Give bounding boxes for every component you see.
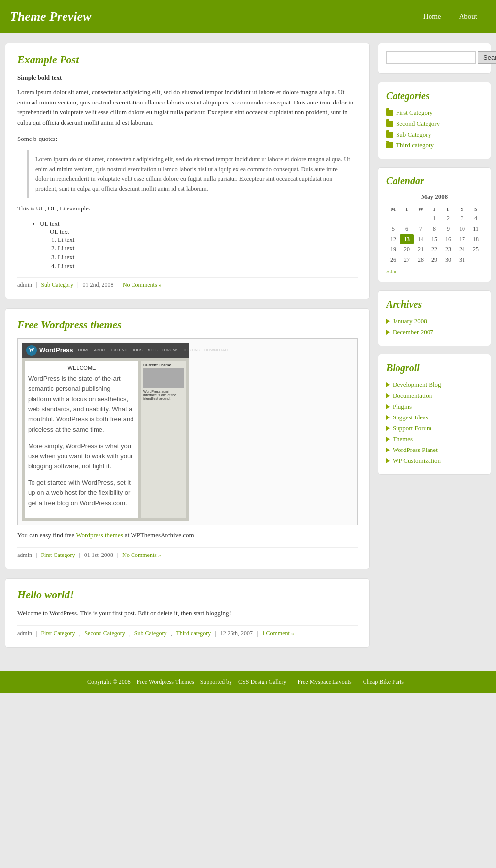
meta-cat3[interactable]: Sub Category: [134, 630, 167, 637]
sidebar: Search Categories First Category Second …: [378, 43, 491, 657]
cal-day-header: S: [455, 205, 469, 213]
main-nav: Home About: [414, 0, 486, 33]
wp-welcome-text2: More simply, WordPress is what you use w…: [28, 441, 135, 472]
site-title: Theme Preview: [10, 9, 91, 24]
arrow-icon: [386, 393, 390, 398]
blogroll-link[interactable]: WordPress Planet: [393, 446, 438, 454]
cal-day: 18: [469, 234, 483, 244]
cal-prev-link[interactable]: « Jan: [386, 268, 397, 274]
category-link[interactable]: Third category: [396, 141, 434, 149]
folder-icon: [386, 121, 393, 127]
meta-author: admin: [17, 552, 32, 559]
meta-category-link[interactable]: First Category: [41, 552, 75, 559]
cal-day: 26: [386, 255, 400, 265]
cal-day: 6: [400, 224, 414, 234]
post-example: Example Post Simple bold text Lorem ipsu…: [5, 43, 370, 299]
list-item: December 2007: [386, 327, 483, 338]
meta-category-link[interactable]: Sub Category: [41, 281, 73, 289]
cal-day: 10: [455, 224, 469, 234]
list-item: First Category: [386, 107, 483, 118]
meta-cat4[interactable]: Third category: [176, 630, 211, 637]
blogroll-link[interactable]: Support Forum: [393, 424, 431, 432]
post-title-example: Example Post: [17, 53, 358, 66]
cal-day: 19: [386, 244, 400, 255]
cal-day: 4: [469, 213, 483, 224]
post-blockquote: Lorem ipsum dolor sit amet, consectetur …: [27, 150, 358, 198]
blogroll-link[interactable]: Themes: [393, 435, 413, 443]
wp-nav: W WordPress HOME ABOUT EXTEND DOCS BLOG …: [22, 343, 189, 358]
footer-link-0[interactable]: Free Wordpress Themes: [137, 678, 194, 685]
categories-widget: Categories First Category Second Categor…: [378, 82, 491, 159]
archive-link[interactable]: December 2007: [393, 328, 433, 336]
arrow-icon: [386, 404, 390, 409]
nav-about[interactable]: About: [450, 0, 487, 33]
blogroll-list: Development Blog Documentation Plugins S…: [386, 380, 483, 466]
wp-theme-label: Current Theme: [143, 363, 184, 367]
footer-link-2[interactable]: CSS Design Gallery: [238, 678, 286, 685]
cal-day: 3: [455, 213, 469, 224]
blogroll-link[interactable]: WP Customization: [393, 457, 441, 465]
calendar-table: M T W T F S S 1 2: [386, 205, 483, 265]
wp-themes-link[interactable]: Wordpress themes: [76, 531, 123, 539]
list-item: Li text: [58, 253, 358, 261]
category-list: First Category Second Category Sub Categ…: [386, 107, 483, 151]
search-input[interactable]: [386, 51, 476, 64]
arrow-icon: [386, 330, 390, 335]
cal-day: [469, 255, 483, 265]
cal-week: 26 27 28 29 30 31: [386, 255, 483, 265]
blogroll-link[interactable]: Documentation: [393, 392, 432, 400]
post-wp-themes: Free Wordpress themes W WordPress HOME: [5, 308, 370, 570]
search-form: Search: [386, 51, 483, 64]
blogroll-link[interactable]: Development Blog: [393, 381, 441, 389]
post-meta-wp: admin | First Category | 01 1st, 2008 | …: [17, 547, 358, 559]
blogroll-widget: Blogroll Development Blog Documentation …: [378, 354, 491, 475]
wp-main-panel: WELCOME WordPress is the state-of-the-ar…: [25, 361, 138, 518]
cal-day: 28: [414, 255, 428, 265]
archive-link[interactable]: January 2008: [393, 317, 427, 325]
cal-day: 22: [428, 244, 441, 255]
cal-day: 29: [428, 255, 441, 265]
wp-welcome-text: WordPress is the state-of-the-art semant…: [28, 374, 135, 435]
cal-day: 30: [441, 255, 455, 265]
wp-theme-preview: [143, 368, 184, 388]
blogroll-link[interactable]: Suggest Ideas: [393, 414, 428, 421]
wp-screenshot: W WordPress HOME ABOUT EXTEND DOCS BLOG …: [22, 343, 189, 521]
cal-day: 27: [400, 255, 414, 265]
page-wrapper: Example Post Simple bold text Lorem ipsu…: [0, 33, 496, 666]
meta-cat2[interactable]: Second Category: [84, 630, 125, 637]
nav-home[interactable]: Home: [414, 0, 450, 33]
meta-date: 01 2nd, 2008: [82, 281, 113, 289]
category-link[interactable]: Second Category: [396, 120, 440, 128]
arrow-icon: [386, 437, 390, 442]
cal-day: 25: [469, 244, 483, 255]
list-item: Themes: [386, 434, 483, 445]
cal-day: 11: [469, 224, 483, 234]
post-meta-example: admin | Sub Category | 01 2nd, 2008 | No…: [17, 277, 358, 289]
category-link[interactable]: First Category: [396, 109, 433, 117]
blogroll-title: Blogroll: [386, 362, 483, 374]
meta-cat1[interactable]: First Category: [41, 630, 75, 637]
search-button[interactable]: Search: [478, 51, 496, 64]
post-title-wp: Free Wordpress themes: [17, 318, 358, 331]
cal-day: [386, 213, 400, 224]
meta-author: admin: [17, 630, 32, 637]
list-item: Sub Category: [386, 129, 483, 140]
footer-link-4[interactable]: Cheap Bike Parts: [363, 678, 404, 685]
cal-day: 5: [386, 224, 400, 234]
meta-comments-link[interactable]: No Comments »: [123, 281, 162, 289]
search-widget: Search: [378, 43, 491, 74]
blogroll-link[interactable]: Plugins: [393, 403, 412, 411]
meta-comments-link[interactable]: 1 Comment »: [262, 630, 294, 637]
footer-link-3[interactable]: Free Myspace Layouts: [298, 678, 351, 685]
list-item: Li text: [58, 262, 358, 270]
meta-comments-link[interactable]: No Comments »: [122, 552, 161, 559]
post-list-label: This is UL, OL, Li example:: [17, 204, 358, 214]
cal-day-header: F: [441, 205, 455, 213]
wp-admin-text: WordPress admin interface is one of the …: [143, 390, 184, 400]
archives-widget: Archives January 2008 December 2007: [378, 290, 491, 346]
cal-day: 31: [455, 255, 469, 265]
category-link[interactable]: Sub Category: [396, 131, 431, 139]
cal-day-header: W: [414, 205, 428, 213]
list-item: Li text: [58, 244, 358, 252]
meta-date: 12 26th, 2007: [220, 630, 253, 637]
